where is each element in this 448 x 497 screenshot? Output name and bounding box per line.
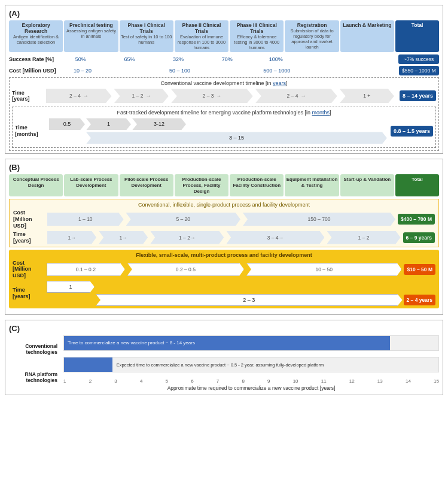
cost-label: Cost [Million USD] xyxy=(9,68,58,74)
success-val-4: 100% xyxy=(252,56,300,62)
fast-time-arrow-row: Time[months] 0.5 1 3-12 xyxy=(15,118,433,144)
bar-fill-0: Time to commercialize a new vaccine prod… xyxy=(64,336,390,350)
section-b: (B) Conceptual Process Design Lab-scale … xyxy=(5,159,443,315)
b-flex-cost-2: 10 – 50 xyxy=(246,263,402,276)
b-conv-cost-0: 1 – 10 xyxy=(47,213,124,226)
chart-label-0: Conventional technologies xyxy=(9,341,60,357)
conv-arrow-4: 1 + xyxy=(340,89,394,103)
conv-time-total: 8 – 14 years xyxy=(400,90,436,101)
success-val-3: 70% xyxy=(203,56,251,62)
x-label-14: 14 xyxy=(406,378,411,384)
b-conv-time-4: 1 – 2 xyxy=(327,231,400,244)
b-conv-time-3: 3 – 4→ xyxy=(226,231,324,244)
bar-row-1: Expected time to commercialize a new vac… xyxy=(63,357,439,372)
success-val-1: 65% xyxy=(106,56,154,62)
x-label-3: 3 xyxy=(114,378,117,384)
chart-bars: Time to commercialize a new vaccine prod… xyxy=(63,335,439,391)
x-axis: 1 2 3 4 5 6 7 8 9 10 11 12 13 14 15 xyxy=(63,378,439,384)
b-conv-cost-label: Cost[MillionUSD] xyxy=(13,210,46,229)
success-total: ~7% success xyxy=(398,54,439,64)
cost-val-0: 10 – 20 xyxy=(59,68,106,74)
section-a: (A) Exploratory Research Antigen identif… xyxy=(5,5,443,154)
b-conv-time-0: 1→ xyxy=(47,231,96,244)
fast-time-total: 0.8 – 1.5 years xyxy=(391,126,433,137)
b-flex-time-2: 2 – 3 xyxy=(96,294,403,306)
b-flexible-section: Flexible, small-scale, multi-product pro… xyxy=(9,250,439,308)
conv-time-arrow-row: Time[years] 2 – 4 → 1 – 2 → 2 – 3 → 2 – … xyxy=(12,89,436,103)
b-conventional-section: Conventional, inflexible, single-product… xyxy=(9,199,439,247)
fast-timeline-title: Fast-tracked development timeline for em… xyxy=(15,110,433,116)
phase-launch: Launch & Marketing xyxy=(340,20,394,52)
conv-arrow-3: 2 – 4 → xyxy=(255,89,337,103)
phase-header-row: Exploratory Research Antigen identificat… xyxy=(9,20,439,52)
b-phase-2: Pilot-scale Process Development xyxy=(120,174,173,196)
b-flex-cost-1: 0.2 – 0.5 xyxy=(127,263,244,276)
b-phase-total: Total xyxy=(395,174,439,196)
b-flex-time-1: 1 xyxy=(47,281,95,293)
section-a-label: (A) xyxy=(9,9,439,18)
b-phase-4: Production-scale Facility Construction xyxy=(230,174,284,196)
x-label-11: 11 xyxy=(321,378,327,384)
bar-text-0: Time to commercialize a new vaccine prod… xyxy=(68,340,195,346)
b-flexible-title: Flexible, small-scale, multi-product pro… xyxy=(13,252,435,258)
b-phase-1: Lab-scale Process Development xyxy=(64,174,118,196)
b-phase-0: Conceptual Process Design xyxy=(9,174,63,196)
phase-total: Total xyxy=(395,20,439,52)
fast-arrow-1: 0.5 xyxy=(49,118,85,130)
x-label-6: 6 xyxy=(191,378,193,384)
b-flex-time-total: 2 – 4 years xyxy=(404,295,435,305)
success-rate-label: Success Rate [%] xyxy=(9,56,56,63)
b-flex-cost-0: 0.1 – 0.2 xyxy=(47,263,125,276)
cost-row: Cost [Million USD] 10 – 20 50 – 100 500 … xyxy=(9,66,439,75)
fast-time-label: Time[months] xyxy=(15,125,48,138)
b-conv-cost-1: 5 – 20 xyxy=(126,213,240,226)
x-label-13: 13 xyxy=(377,378,383,384)
b-phase-header: Conceptual Process Design Lab-scale Proc… xyxy=(9,174,439,196)
b-conv-time-2: 1 – 2→ xyxy=(150,231,224,244)
phase-registration: Registration Submission of data to regul… xyxy=(285,20,339,52)
x-label-4: 4 xyxy=(140,378,142,384)
b-phase-5: Equipment Installation & Testing xyxy=(285,174,339,196)
bar-fill-1 xyxy=(64,357,112,372)
x-label-2: 2 xyxy=(89,378,92,384)
bar-row-0: Time to commercialize a new vaccine prod… xyxy=(63,335,439,351)
conv-timeline-title: Conventional vaccine development timelin… xyxy=(12,80,436,86)
cost-val-4: 500 – 1000 xyxy=(253,68,300,74)
b-phase-6: Start-up & Validation xyxy=(340,174,394,196)
section-c: (C) Conventional technologies RNA platfo… xyxy=(5,320,443,395)
conv-arrow-1: 1 – 2 → xyxy=(114,89,169,103)
b-phase-3: Production-scale Process, Facility Desig… xyxy=(175,174,228,196)
chart-y-labels: Conventional technologies RNA platform t… xyxy=(9,335,60,391)
x-label-15: 15 xyxy=(434,378,439,384)
x-label-8: 8 xyxy=(242,378,244,384)
x-label-9: 9 xyxy=(267,378,270,384)
success-val-2: 32% xyxy=(154,56,202,62)
cost-total: $550 – 1000 M xyxy=(399,66,439,75)
b-flex-cost-total: $10 – 50 M xyxy=(404,264,435,275)
fast-arrow-2: 1 xyxy=(86,118,131,130)
bar-container-0: Time to commercialize a new vaccine prod… xyxy=(63,335,439,351)
b-flex-cost-label: Cost[MillionUSD] xyxy=(13,260,45,279)
chart-label-1: RNA platform technologies xyxy=(9,369,60,386)
conv-arrow-0: 2 – 4 → xyxy=(46,89,112,103)
b-conventional-title: Conventional, inflexible, single-product… xyxy=(13,202,435,208)
phase-exploratory: Exploratory Research Antigen identificat… xyxy=(9,20,63,52)
bar-container-1: Expected time to commercialize a new vac… xyxy=(63,357,439,372)
bar-text-1: Expected time to commercialize a new vac… xyxy=(117,362,431,367)
x-label-7: 7 xyxy=(217,378,219,384)
x-label-10: 10 xyxy=(293,378,298,384)
phase-preclinical: Preclinical testing Assessing antigen sa… xyxy=(64,20,118,52)
x-label-5: 5 xyxy=(166,378,168,384)
section-c-label: (C) xyxy=(9,324,439,333)
fast-arrow-long: 3 – 15 xyxy=(86,132,387,144)
x-label-12: 12 xyxy=(349,378,355,384)
phase-1: Phase I Clinical Trials Test of safety i… xyxy=(120,20,173,52)
b-conv-time-1: 1→ xyxy=(99,231,148,244)
x-axis-title: Approximate time required to commerciali… xyxy=(63,385,439,391)
b-conv-time-label: Time[years] xyxy=(13,231,46,244)
b-conv-time-total: 6 – 9 years xyxy=(403,232,435,243)
b-conv-cost-total: $400 – 700 M xyxy=(398,214,435,225)
conv-arrow-2: 2 – 3 → xyxy=(171,89,253,103)
fast-arrow-3: 3-12 xyxy=(132,118,186,130)
phase-3: Phase III Clinical Trials Efficacy & tol… xyxy=(230,20,284,52)
